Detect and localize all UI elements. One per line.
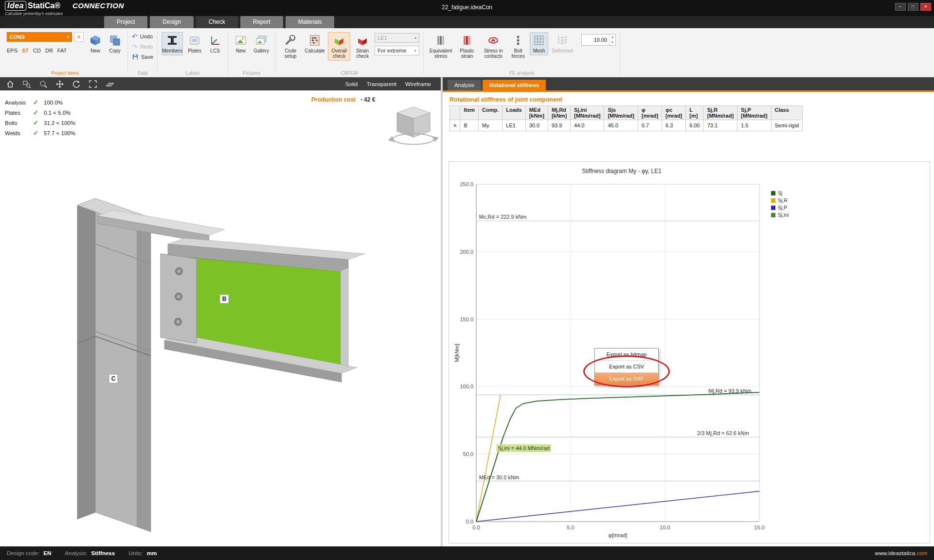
- plastic-strain-button[interactable]: Plastic strain: [456, 32, 478, 61]
- legend-item: Sj,R: [771, 197, 789, 203]
- strain-check-button[interactable]: Strain check: [352, 32, 373, 61]
- mode-st-button[interactable]: ST: [22, 48, 29, 53]
- wrench-icon: [284, 34, 297, 47]
- members-labels-button[interactable]: Members: [162, 32, 183, 55]
- close-icon[interactable]: ×: [920, 3, 931, 11]
- table-row[interactable]: > B My LE1 30.0 93.9 44.0 45.0 0.7 6.3 6…: [450, 120, 803, 131]
- zoom-icon[interactable]: [39, 80, 48, 88]
- mode-fat-button[interactable]: FAT: [57, 48, 67, 53]
- delete-project-item-button[interactable]: ✕: [74, 32, 84, 42]
- bolt[interactable]: [174, 318, 182, 325]
- i-beam-icon: [166, 34, 179, 47]
- spin-down-icon[interactable]: ▼: [610, 40, 615, 45]
- menu-item-export-dxf[interactable]: Export as DXF: [595, 373, 658, 385]
- new-picture-button[interactable]: New: [232, 32, 250, 55]
- axes-icon: [209, 34, 221, 47]
- window-controls: − □ ×: [895, 3, 931, 11]
- save-button[interactable]: Save: [132, 52, 153, 61]
- menu-item-export-bitmap[interactable]: Export as bitmap: [595, 349, 658, 361]
- code-setup-button[interactable]: Code setup: [279, 32, 302, 61]
- mode-dr-button[interactable]: DR: [45, 48, 53, 53]
- stress-bars-icon: [434, 34, 447, 47]
- check-icon: ✓: [33, 129, 44, 137]
- group-label: Project items: [3, 70, 127, 76]
- row-expander[interactable]: >: [450, 120, 460, 131]
- svg-text:50.0: 50.0: [463, 451, 473, 457]
- svg-text:B: B: [222, 296, 227, 302]
- stress-in-contacts-button[interactable]: Stress in contacts: [480, 32, 506, 61]
- tab-rotational-stiffness[interactable]: Rotational stiffness: [483, 80, 546, 90]
- load-effect-combo[interactable]: LE1 ▾: [375, 33, 419, 43]
- view-mode-transparent[interactable]: Transparent: [366, 81, 396, 87]
- svg-text:2/3 Mj,Rd = 62.6 kNm: 2/3 Mj,Rd = 62.6 kNm: [697, 430, 749, 436]
- equivalent-stress-button[interactable]: Equivalent stress: [428, 32, 454, 61]
- zoom-fit-icon[interactable]: [89, 80, 97, 88]
- copy-item-button[interactable]: Copy: [106, 32, 124, 55]
- bolt[interactable]: [175, 268, 183, 275]
- ribbon-separator: [620, 31, 620, 74]
- new-item-button[interactable]: New: [87, 32, 104, 55]
- clipping-plane-icon[interactable]: [105, 80, 115, 88]
- bolts-icon: [512, 34, 524, 47]
- gallery-button[interactable]: Gallery: [251, 32, 271, 55]
- svg-text:150.0: 150.0: [460, 316, 473, 322]
- home-view-icon[interactable]: [6, 80, 15, 88]
- view-mode-solid[interactable]: Solid: [345, 81, 358, 87]
- result-cube-icon: [333, 34, 345, 47]
- check-row-welds: Welds ✓ 57.7 < 100%: [5, 128, 75, 138]
- group-label: Pictures: [228, 70, 275, 76]
- viewport-canvas[interactable]: B C: [0, 90, 441, 546]
- group-data: ↶ Undo ↷ Redo Save Data: [128, 28, 157, 77]
- mode-eps-button[interactable]: EPS: [7, 48, 18, 53]
- rotate-icon[interactable]: [72, 80, 81, 88]
- tab-project[interactable]: Project: [104, 16, 147, 28]
- chevron-down-icon: ▾: [414, 36, 416, 40]
- model-3d[interactable]: B C: [0, 90, 441, 546]
- mode-cd-button[interactable]: CD: [33, 48, 41, 53]
- stiffness-chart: Stiffness diagram My - φy, LE1 0.05.010.…: [449, 161, 930, 543]
- svg-text:250.0: 250.0: [460, 181, 473, 187]
- column-member[interactable]: [77, 198, 151, 532]
- plates-labels-button[interactable]: Plates: [185, 32, 204, 55]
- member-label-c[interactable]: C: [109, 374, 118, 383]
- ribbon-tab-row: Project Design Check Report Materials: [0, 16, 934, 28]
- tab-report[interactable]: Report: [240, 16, 283, 28]
- scale-value: 10.00: [582, 35, 609, 45]
- tab-analysis[interactable]: Analysis: [448, 80, 481, 90]
- tab-design[interactable]: Design: [150, 16, 193, 28]
- group-label: FE analysis: [424, 70, 620, 76]
- document-title: 22_fatigue.ideaCon: [0, 4, 934, 11]
- bolt[interactable]: [175, 293, 182, 300]
- svg-text:5.0: 5.0: [567, 525, 574, 530]
- group-project-items: CON3 ▾ ✕ EPS ST CD DR FAT: [3, 28, 127, 77]
- pan-icon[interactable]: [55, 80, 64, 88]
- tab-check[interactable]: Check: [196, 16, 238, 28]
- lcs-labels-button[interactable]: LCS: [206, 32, 224, 55]
- mesh-button[interactable]: Mesh: [530, 32, 548, 55]
- legend-swatch: [771, 213, 775, 217]
- calculate-button[interactable]: Calculate: [304, 32, 326, 55]
- project-item-combo[interactable]: CON3 ▾: [7, 32, 72, 42]
- bolt-forces-button[interactable]: Bolt forces: [508, 32, 528, 61]
- redo-button[interactable]: ↷ Redo: [132, 42, 153, 51]
- ribbon: CON3 ▾ ✕ EPS ST CD DR FAT: [0, 28, 934, 77]
- deformed-button[interactable]: Deformed: [550, 32, 575, 55]
- maximize-icon[interactable]: □: [908, 3, 918, 11]
- svg-text:C: C: [111, 375, 116, 382]
- navigation-cube[interactable]: [388, 107, 439, 144]
- redo-icon: ↷: [132, 43, 138, 50]
- zoom-window-icon[interactable]: [22, 80, 31, 88]
- chart-legend: SjSj,RSj,PSj,ini: [771, 190, 789, 218]
- undo-button[interactable]: ↶ Undo: [132, 32, 153, 41]
- minimize-icon[interactable]: −: [895, 3, 906, 11]
- overall-check-button[interactable]: Overall check: [328, 32, 350, 61]
- view-mode-wireframe[interactable]: Wireframe: [405, 81, 431, 87]
- spin-up-icon[interactable]: ▲: [610, 35, 615, 40]
- svg-text:M[kNm]: M[kNm]: [454, 344, 460, 362]
- tab-materials[interactable]: Materials: [286, 16, 335, 28]
- menu-item-export-csv[interactable]: Export as CSV: [595, 361, 658, 373]
- deformed-scale-stepper[interactable]: 10.00 ▲ ▼: [581, 34, 616, 46]
- member-label-b[interactable]: B: [220, 295, 229, 303]
- website-link[interactable]: www.ideastatica.com: [875, 550, 927, 556]
- extreme-combo[interactable]: For extreme ▾: [375, 46, 419, 55]
